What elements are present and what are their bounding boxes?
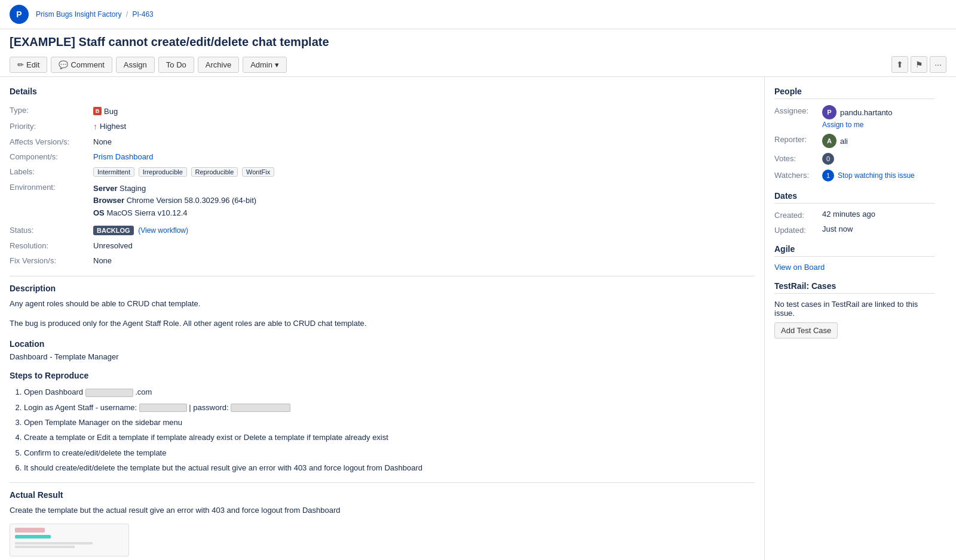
share-icon: ⬆ — [896, 60, 903, 69]
label-irreproducible: Irreproducible — [139, 167, 187, 177]
comment-button[interactable]: 💬 Comment — [51, 57, 112, 73]
description-line2: The bug is produced only for the Agent S… — [10, 318, 755, 330]
pencil-icon: ✏ — [17, 60, 24, 69]
affects-label: Affects Version/s: — [10, 136, 93, 147]
reporter-name: ali — [840, 137, 848, 146]
testrail-section: TestRail: Cases No test cases in TestRai… — [774, 281, 934, 339]
flag-button[interactable]: ⚑ — [911, 56, 927, 73]
ss1-logo — [15, 528, 45, 533]
component-label: Component/s: — [10, 151, 93, 162]
priority-badge: ↑ Highest — [93, 122, 126, 131]
dates-section: Dates Created: 42 minutes ago Updated: J… — [774, 191, 934, 235]
ss1-line2 — [15, 546, 75, 548]
watchers-row: Watchers: 1 Stop watching this issue — [774, 170, 934, 181]
reporter-value: A ali — [822, 134, 848, 148]
todo-button[interactable]: To Do — [158, 57, 194, 73]
assignee-row: Assignee: P pandu.hartanto Assign to me — [774, 105, 934, 129]
watchers-label: Watchers: — [774, 170, 822, 180]
add-test-case-button[interactable]: Add Test Case — [774, 322, 838, 339]
toolbar-right: ⬆ ⚑ ··· — [891, 56, 946, 73]
testrail-no-cases: No test cases in TestRail are linked to … — [774, 300, 934, 318]
type-label: Type: — [10, 104, 93, 117]
issue-title: [EXAMPLE] Staff cannot create/edit/delet… — [0, 29, 956, 53]
project-link[interactable]: Prism Bugs Insight Factory — [36, 10, 121, 19]
status-label: Status: — [10, 224, 93, 236]
edit-label: Edit — [26, 60, 39, 69]
flag-icon: ⚑ — [915, 60, 923, 69]
step-2: Login as Agent Staff - username: | passw… — [24, 401, 755, 414]
environment-block: Server Staging Browser Chrome Version 58… — [93, 183, 755, 220]
reporter-row: Reporter: A ali — [774, 134, 934, 148]
more-button[interactable]: ··· — [930, 56, 946, 73]
votes-value: 0 — [822, 153, 834, 165]
left-panel: Details Type: B Bug Priority: ↑ Highest — [0, 77, 765, 560]
steps-list: Open Dashboard .com Login as Agent Staff… — [10, 385, 755, 475]
labels-value: Intermittent Irreproducible Reproducible… — [93, 166, 755, 178]
dates-title: Dates — [774, 191, 934, 204]
assign-button[interactable]: Assign — [116, 57, 155, 73]
archive-button[interactable]: Archive — [198, 57, 239, 73]
app-logo: P — [10, 5, 29, 24]
description-header: Description — [10, 284, 755, 293]
stop-watching-link[interactable]: Stop watching this issue — [838, 171, 915, 180]
view-workflow-link[interactable]: (View workflow) — [138, 226, 188, 235]
created-value: 42 minutes ago — [822, 210, 875, 219]
share-button[interactable]: ⬆ — [891, 56, 908, 73]
priority-arrow-icon: ↑ — [93, 122, 97, 131]
created-row: Created: 42 minutes ago — [774, 210, 934, 220]
votes-row: Votes: 0 — [774, 153, 934, 165]
issue-id-link[interactable]: PI-463 — [132, 10, 153, 19]
component-value: Prism Dashboard — [93, 151, 755, 162]
step-1: Open Dashboard .com — [24, 385, 755, 399]
description-line1: Any agent roles should be able to CRUD c… — [10, 298, 755, 310]
priority-label: Priority: — [10, 121, 93, 133]
testrail-title: TestRail: Cases — [774, 281, 934, 294]
type-value: B Bug — [93, 104, 755, 117]
divider-2 — [10, 482, 755, 483]
description-section: Description Any agent roles should be ab… — [10, 284, 755, 330]
main-content: Details Type: B Bug Priority: ↑ Highest — [0, 77, 956, 560]
step-3: Open Template Manager on the sidebar men… — [24, 416, 755, 429]
actual-result-header: Actual Result — [10, 490, 755, 500]
todo-label: To Do — [166, 60, 186, 69]
type-bug-badge: B Bug — [93, 107, 118, 116]
label-intermittent: Intermittent — [93, 167, 134, 177]
labels-label: Labels: — [10, 166, 93, 178]
username-input-placeholder — [85, 389, 133, 397]
ss1-bar — [15, 535, 51, 539]
breadcrumb: Prism Bugs Insight Factory / PI-463 — [36, 10, 154, 19]
step-4: Create a template or Edit a template if … — [24, 430, 755, 444]
username-input — [139, 404, 187, 412]
steps-header: Steps to Reproduce — [10, 371, 755, 380]
resolution-label: Resolution: — [10, 240, 93, 251]
details-title: Details — [10, 87, 755, 99]
right-panel: People Assignee: P pandu.hartanto Assign… — [765, 77, 944, 560]
assign-me-link[interactable]: Assign to me — [822, 121, 892, 129]
affects-value: None — [93, 136, 755, 147]
assignee-label: Assignee: — [774, 105, 822, 115]
admin-label: Admin ▾ — [250, 60, 278, 69]
agile-section: Agile View on Board — [774, 244, 934, 272]
env-server: Server Staging — [93, 184, 146, 193]
step-6: It should create/edit/delete the templat… — [24, 461, 755, 475]
admin-button[interactable]: Admin ▾ — [243, 57, 286, 73]
reporter-label: Reporter: — [774, 134, 822, 144]
label-reproducible: Reproducible — [191, 167, 238, 177]
votes-badge: 0 — [822, 153, 834, 165]
logo-letter: P — [16, 10, 22, 19]
location-section: Location Dashboard - Template Manager — [10, 339, 755, 364]
component-link[interactable]: Prism Dashboard — [93, 152, 153, 161]
details-section: Details Type: B Bug Priority: ↑ Highest — [10, 87, 755, 266]
type-text: Bug — [104, 107, 118, 116]
environment-label: Environment: — [10, 181, 93, 221]
environment-value: Server Staging Browser Chrome Version 58… — [93, 181, 755, 221]
resolution-value: Unresolved — [93, 240, 755, 251]
edit-button[interactable]: ✏ Edit — [10, 57, 47, 73]
step-5: Confirm to create/edit/delete the templa… — [24, 446, 755, 460]
view-board-link[interactable]: View on Board — [774, 263, 825, 272]
bug-icon: B — [93, 107, 102, 115]
fix-version-label: Fix Version/s: — [10, 255, 93, 266]
env-os: OS MacOS Sierra v10.12.4 — [93, 208, 188, 217]
votes-label: Votes: — [774, 153, 822, 163]
actual-result-text: Create the template but the actual resul… — [10, 504, 755, 517]
